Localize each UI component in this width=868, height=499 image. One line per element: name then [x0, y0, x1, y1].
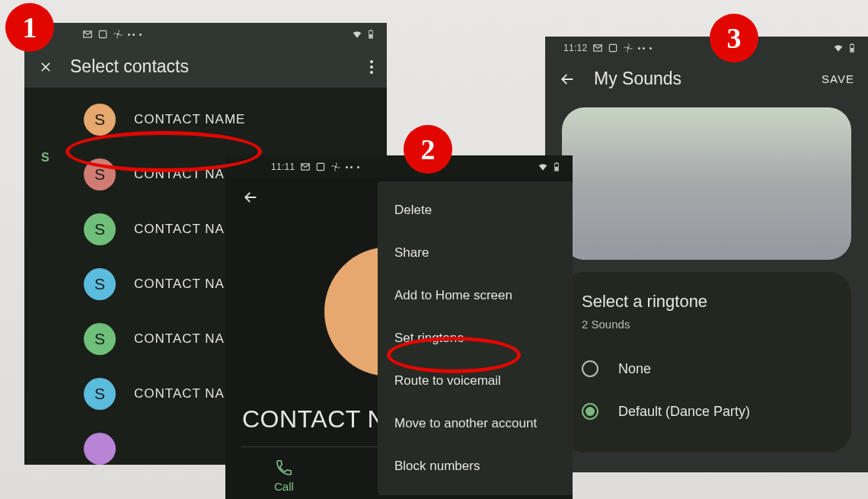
- avatar: S: [84, 104, 116, 136]
- page-title: Select contacts: [70, 56, 189, 77]
- news-icon: [315, 162, 326, 172]
- fan-icon: [113, 29, 123, 40]
- radio-off-icon: [582, 360, 598, 377]
- ringtone-option-none[interactable]: None: [582, 347, 831, 390]
- svg-rect-4: [851, 43, 853, 44]
- svg-rect-16: [556, 162, 557, 163]
- section-letter: S: [41, 151, 49, 165]
- wifi-icon: [352, 29, 362, 40]
- svg-point-8: [117, 34, 119, 35]
- status-time: 11:11: [271, 162, 295, 172]
- header: My Sounds SAVE: [545, 59, 868, 107]
- status-time: 11:12: [563, 43, 588, 53]
- overflow-menu: Delete Share Add to Home screen Set ring…: [378, 181, 573, 495]
- menu-item-voicemail[interactable]: Route to voicemail: [378, 360, 573, 402]
- battery-icon: [365, 29, 376, 40]
- news-icon: [97, 29, 108, 40]
- phone-icon: [275, 459, 293, 477]
- status-icons: [82, 29, 142, 40]
- call-button[interactable]: Call: [274, 459, 294, 493]
- svg-rect-13: [317, 163, 324, 170]
- svg-rect-5: [850, 48, 854, 52]
- status-icons: [300, 162, 359, 172]
- phone-screen-2: 11:11 CONTACT NAME Call Delete Share Add…: [225, 155, 573, 499]
- contact-name: CONTACT NAME: [134, 112, 245, 127]
- dots-icon: [346, 166, 353, 168]
- svg-rect-17: [555, 167, 558, 171]
- status-icons: [592, 43, 652, 53]
- svg-rect-10: [370, 30, 372, 30]
- step-badge-2: 2: [404, 125, 452, 174]
- wifi-icon: [538, 162, 548, 172]
- close-icon[interactable]: [38, 59, 53, 75]
- step-badge-3: 3: [710, 14, 758, 62]
- gmail-icon: [592, 43, 603, 53]
- gmail-icon: [300, 162, 311, 172]
- option-label: None: [618, 361, 651, 377]
- radio-on-icon: [582, 403, 598, 420]
- call-label: Call: [274, 480, 294, 493]
- option-label: Default (Dance Party): [618, 404, 750, 420]
- phone-screen-3: 11:12 My Sounds SAVE Select a ringtone 2…: [545, 37, 868, 472]
- dots-icon: [128, 34, 135, 36]
- avatar: [84, 433, 116, 465]
- news-icon: [608, 43, 618, 53]
- menu-item-delete[interactable]: Delete: [378, 189, 573, 232]
- svg-rect-1: [609, 44, 616, 51]
- status-bar: [24, 23, 387, 46]
- menu-item-block[interactable]: Block numbers: [378, 445, 573, 488]
- save-button[interactable]: SAVE: [822, 72, 854, 85]
- svg-point-2: [627, 47, 628, 49]
- battery-icon: [847, 43, 857, 53]
- menu-item-set-ringtone[interactable]: Set ringtone: [378, 317, 573, 360]
- status-right: [352, 29, 376, 40]
- avatar: S: [84, 323, 116, 355]
- svg-rect-11: [369, 34, 372, 38]
- step-badge-1: 1: [5, 3, 54, 52]
- ringtone-option-default[interactable]: Default (Dance Party): [582, 390, 831, 433]
- contact-row[interactable]: S CONTACT NAME: [24, 92, 387, 147]
- header: Select contacts: [24, 46, 387, 88]
- avatar: S: [84, 213, 116, 245]
- battery-icon: [551, 162, 562, 172]
- menu-item-share[interactable]: Share: [378, 232, 573, 274]
- overflow-menu-icon[interactable]: [370, 60, 373, 74]
- avatar: S: [84, 158, 116, 190]
- card-title: Select a ringtone: [582, 292, 831, 312]
- card-subtitle: 2 Sounds: [582, 318, 831, 331]
- status-right: [833, 43, 857, 53]
- svg-point-14: [334, 166, 336, 168]
- svg-rect-7: [99, 30, 106, 37]
- menu-item-move-account[interactable]: Move to another account: [378, 402, 573, 445]
- avatar: S: [84, 268, 116, 300]
- ringtone-card: Select a ringtone 2 Sounds None Default …: [562, 272, 851, 453]
- wifi-icon: [833, 43, 844, 53]
- dots-icon: [638, 47, 645, 50]
- fan-icon: [623, 43, 633, 53]
- page-title: My Sounds: [594, 69, 681, 89]
- gmail-icon: [82, 29, 93, 40]
- fan-icon: [330, 162, 341, 172]
- menu-item-add-home[interactable]: Add to Home screen: [378, 274, 573, 317]
- back-icon[interactable]: [559, 71, 576, 88]
- avatar: S: [84, 378, 116, 410]
- status-right: [538, 162, 562, 172]
- status-bar: 11:12: [545, 37, 868, 59]
- status-bar: 11:11: [225, 155, 573, 178]
- ringtone-hero-image: [562, 107, 851, 260]
